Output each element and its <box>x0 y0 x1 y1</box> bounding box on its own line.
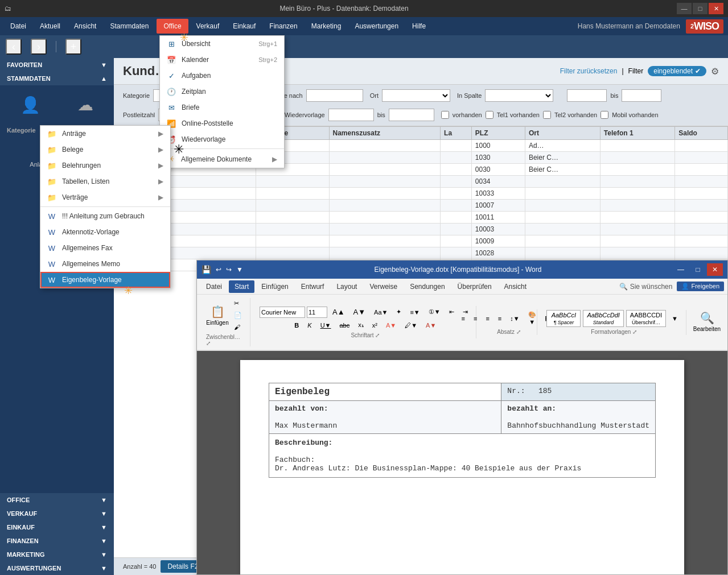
underline-button[interactable]: U▼ <box>317 320 335 330</box>
sidebar-einkauf-header[interactable]: EINKAUF ▼ <box>0 520 114 534</box>
dropdown-aufgaben[interactable]: ✓ Aufgaben <box>160 68 284 84</box>
submenu-tabellen[interactable]: 📁 Tabellen, Listen ▶ <box>40 173 170 189</box>
forward-button[interactable]: › <box>31 39 47 55</box>
dropdown-ubersicht[interactable]: ⊞ Übersicht Strg+1 <box>160 36 284 52</box>
font-size-input[interactable] <box>307 307 327 318</box>
menu-stammdaten[interactable]: Stammdaten <box>104 20 154 32</box>
word-menu-start[interactable]: Start <box>229 280 254 293</box>
add-button[interactable]: + <box>65 39 81 55</box>
word-share-btn[interactable]: 👤 Freigeben <box>677 282 724 291</box>
dropdown-kalender[interactable]: 📅 Kalender Strg+2 <box>160 52 284 68</box>
cut-button[interactable]: ✂ <box>231 298 245 309</box>
align-right-btn[interactable]: ≡ <box>482 313 492 324</box>
word-menu-ansicht[interactable]: Ansicht <box>499 280 532 293</box>
style-standard[interactable]: AaBbCcDdIStandard <box>583 310 623 327</box>
word-quick-access[interactable]: ▼ <box>236 266 243 274</box>
dropdown-wiedervorlage[interactable]: ⏰ Wiedervorlage <box>160 131 284 147</box>
font-grow-btn[interactable]: A▲ <box>329 306 348 318</box>
table-row[interactable]: Groß N…10028 <box>114 247 728 259</box>
table-row[interactable]: Friedri…10003 <box>114 224 728 235</box>
table-row[interactable]: Ducro…10007 <box>114 200 728 212</box>
list-bullets-btn[interactable]: ≡▼ <box>406 307 423 317</box>
wiedervorlage-from-input[interactable] <box>328 109 374 121</box>
col-header-saldo[interactable]: Saldo <box>675 127 728 140</box>
col-header-ort[interactable]: Ort <box>525 127 600 140</box>
submenu-antrage[interactable]: 📁 Anträge ▶ <box>40 126 170 142</box>
menu-finanzen[interactable]: Finanzen <box>264 20 303 32</box>
italic-button[interactable]: K <box>304 320 315 330</box>
menu-verkauf[interactable]: Verkauf <box>191 20 225 32</box>
sidebar-finanzen-header[interactable]: FINANZEN ▼ <box>0 534 114 548</box>
menu-aktuell[interactable]: Aktuell <box>34 20 66 32</box>
vorhanden-checkbox[interactable] <box>441 111 449 119</box>
submenu-aktennotiz[interactable]: W Aktennotiz-Vorlage <box>40 224 170 240</box>
subscript-button[interactable]: x₁ <box>355 320 367 330</box>
font-shrink-btn[interactable]: A▼ <box>350 306 369 318</box>
back-button[interactable]: ‹ <box>6 39 22 55</box>
indent-decrease-btn[interactable]: ⇤ <box>446 307 458 317</box>
tel2-checkbox[interactable] <box>543 111 551 119</box>
close-button[interactable]: ✕ <box>709 3 723 14</box>
styles-scroll-btn[interactable]: ▼ <box>668 313 681 324</box>
col-header-namenszusatz[interactable]: Namenszusatz <box>329 127 441 140</box>
menu-office[interactable]: Office <box>157 19 188 34</box>
submenu-allgemeines-memo[interactable]: W Allgemeines Memo <box>40 256 170 272</box>
sidebar-stammdaten-header[interactable]: STAMMDATEN ▲ <box>0 72 114 85</box>
table-row[interactable]: Gepett…10009 <box>114 235 728 247</box>
sidebar-person-icon-area[interactable]: 👤 <box>15 90 46 120</box>
word-search-icon[interactable]: 🔍 Sie wünschen <box>619 283 672 291</box>
font-clear-btn[interactable]: ✦ <box>393 307 405 317</box>
superscript-button[interactable]: x² <box>369 320 381 330</box>
align-center-btn[interactable]: ≡ <box>470 313 480 324</box>
sidebar-office-header[interactable]: OFFICE ▼ <box>0 493 114 507</box>
sidebar-cloud-icon-area[interactable]: ☁ <box>72 90 99 120</box>
highlight-btn[interactable]: 🖊▼ <box>401 320 421 330</box>
submenu-vertrage[interactable]: 📁 Verträge ▶ <box>40 189 170 205</box>
minimize-button[interactable]: — <box>677 3 692 14</box>
filter-reset-link[interactable]: Filter zurücksetzen <box>560 67 618 75</box>
dropdown-briefe[interactable]: ✉ Briefe <box>160 100 284 115</box>
word-redo-icon[interactable]: ↪ <box>226 266 232 274</box>
menu-auswertungen[interactable]: Auswertungen <box>349 20 404 32</box>
submenu-belege[interactable]: 📁 Belege ▶ <box>40 142 170 158</box>
menu-hilfe[interactable]: Hilfe <box>406 20 431 32</box>
word-menu-uberprufen[interactable]: Überprüfen <box>452 280 497 293</box>
copy-button[interactable]: 📄 <box>231 310 245 321</box>
sidebar-verkauf-header[interactable]: VERKAUF ▼ <box>0 507 114 520</box>
menu-marketing[interactable]: Marketing <box>306 20 347 32</box>
maximize-button[interactable]: □ <box>693 3 708 14</box>
col-header-plz[interactable]: PLZ <box>471 127 525 140</box>
font-color-btn[interactable]: A▼ <box>422 320 439 330</box>
submenu-belehrungen[interactable]: 📁 Belehrungen ▶ <box>40 158 170 173</box>
wiedervorlage-to-input[interactable] <box>389 109 434 121</box>
word-close-btn[interactable]: ✕ <box>707 263 723 276</box>
word-maximize-btn[interactable]: □ <box>690 263 706 276</box>
word-menu-verweise[interactable]: Verweise <box>364 280 403 293</box>
bearbeiten-search-btn[interactable]: 🔍 Bearbeiten <box>696 309 718 333</box>
col-header-la[interactable]: La <box>441 127 472 140</box>
word-minimize-btn[interactable]: — <box>673 263 689 276</box>
style-spacer[interactable]: AaBbCcI¶ Spacer <box>546 310 581 327</box>
dropdown-online-poststelle[interactable]: 📶 Online-Poststelle <box>160 115 284 131</box>
format-copy-button[interactable]: 🖌 <box>231 322 245 332</box>
paste-button[interactable]: 📋 Einfügen <box>206 303 229 327</box>
dropdown-allgemeine-dokumente[interactable]: ✳ Allgemeine Dokumente ▶ <box>160 150 284 168</box>
word-menu-sendungen[interactable]: Sendungen <box>404 280 450 293</box>
col-header-telefon[interactable]: Telefon 1 <box>600 127 674 140</box>
filter-badge[interactable]: eingeblendet ✔ <box>648 66 706 76</box>
word-menu-datei[interactable]: Datei <box>200 280 228 293</box>
tel1-checkbox[interactable] <box>486 111 493 119</box>
align-justify-btn[interactable]: ≡ <box>495 313 505 324</box>
table-row[interactable]: Ewald10011 <box>114 212 728 224</box>
style-uberschrift[interactable]: AABBCCDIÜberschrif… <box>626 310 666 327</box>
table-row[interactable]: Bruckn…0034 <box>114 176 728 188</box>
submenu-anleitung[interactable]: W !!! Anleitung zum Gebrauch <box>40 208 170 224</box>
line-spacing-btn[interactable]: ↕▼ <box>507 313 523 324</box>
sidebar-favoriten-header[interactable]: FAVORITEN ▼ <box>0 58 114 72</box>
dropdown-zeitplan[interactable]: 🕐 Zeitplan <box>160 84 284 100</box>
word-menu-entwurf[interactable]: Entwurf <box>295 280 330 293</box>
table-row[interactable]: Domb…10033 <box>114 188 728 200</box>
align-left-btn[interactable]: ≡ <box>458 313 468 324</box>
submenu-eigenbeleg[interactable]: W Eigenbeleg-Vorlage <box>40 272 170 288</box>
menu-ansicht[interactable]: Ansicht <box>68 20 102 32</box>
